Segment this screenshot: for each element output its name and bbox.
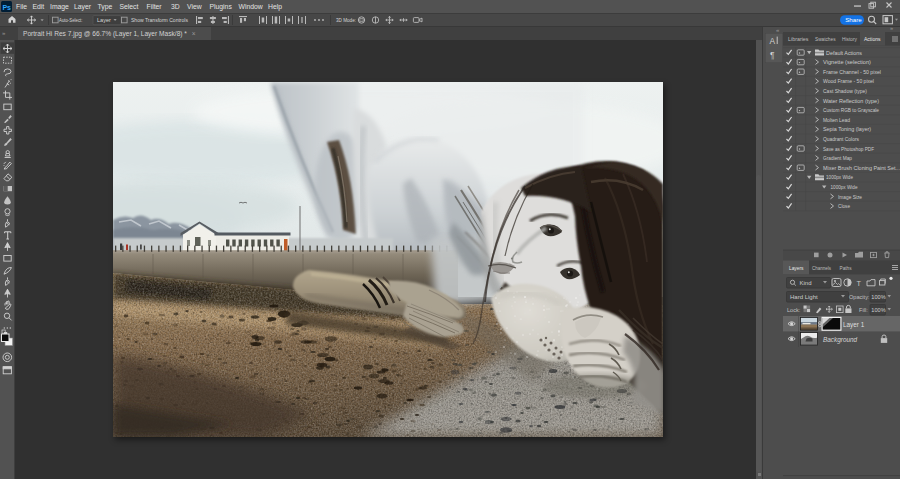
svg-text:Auto-Select:: Auto-Select: — [59, 17, 83, 23]
svg-text:Filter: Filter — [147, 3, 163, 10]
svg-text:History: History — [842, 36, 857, 42]
svg-text:Fill:: Fill: — [859, 307, 868, 313]
svg-text:Libraries: Libraries — [788, 36, 809, 42]
svg-text:Layers: Layers — [789, 264, 804, 271]
svg-text:Hard Light: Hard Light — [790, 294, 818, 300]
svg-text:»: » — [890, 27, 893, 31]
svg-text:Layer: Layer — [74, 3, 92, 11]
svg-text:Quadrant Colors: Quadrant Colors — [823, 136, 859, 142]
svg-text:Paths: Paths — [840, 265, 852, 271]
svg-text:Mixer Brush Cloning Paint Set.: Mixer Brush Cloning Paint Set... — [823, 165, 900, 171]
svg-text:Sepia Toning (layer): Sepia Toning (layer) — [823, 126, 871, 132]
svg-text:Opacity:: Opacity: — [849, 294, 870, 300]
svg-text:Molten Lead: Molten Lead — [823, 117, 850, 123]
svg-text:Select: Select — [120, 3, 139, 10]
svg-text:3D Mode:: 3D Mode: — [336, 17, 356, 23]
svg-text:Show Transform Controls: Show Transform Controls — [131, 17, 188, 23]
svg-text:Image: Image — [50, 3, 69, 11]
svg-text:Wood Frame - 50 pixel: Wood Frame - 50 pixel — [823, 78, 874, 84]
svg-text:Kind: Kind — [800, 280, 812, 286]
svg-text:1000px Wide: 1000px Wide — [831, 184, 859, 190]
svg-text:Layer: Layer — [97, 17, 111, 23]
svg-text:Image Size: Image Size — [838, 194, 863, 200]
svg-text:Frame Channel - 50 pixel: Frame Channel - 50 pixel — [823, 69, 881, 75]
svg-text:Lock:: Lock: — [787, 307, 801, 313]
svg-text:Custom RGB to Grayscale: Custom RGB to Grayscale — [823, 107, 880, 113]
svg-text:Gradient Map: Gradient Map — [823, 155, 853, 161]
svg-text:Channels: Channels — [812, 265, 831, 271]
svg-text:Plugins: Plugins — [210, 3, 233, 11]
svg-text:Help: Help — [268, 3, 282, 11]
svg-text:100%: 100% — [871, 294, 885, 300]
svg-text:Layer 1: Layer 1 — [843, 321, 865, 329]
svg-text:Close: Close — [838, 203, 851, 209]
svg-text:Actions: Actions — [864, 36, 881, 42]
svg-text:Background: Background — [823, 336, 858, 344]
svg-text:Save as Photoshop PDF: Save as Photoshop PDF — [823, 146, 874, 152]
svg-text:Share: Share — [845, 16, 862, 23]
svg-text:A: A — [770, 36, 776, 46]
svg-text:View: View — [187, 3, 202, 10]
svg-text:File: File — [16, 3, 27, 10]
svg-text:Default Actions: Default Actions — [826, 50, 862, 56]
svg-text:3D: 3D — [171, 3, 180, 10]
svg-text:Ps: Ps — [2, 4, 11, 11]
svg-text:Edit: Edit — [33, 3, 45, 10]
svg-text:Vignette (selection): Vignette (selection) — [823, 59, 871, 65]
svg-text:Type: Type — [98, 3, 113, 11]
svg-text:Water Reflection (type): Water Reflection (type) — [823, 98, 879, 104]
svg-text:Swatches: Swatches — [815, 36, 836, 42]
svg-text:100%: 100% — [871, 307, 885, 313]
svg-text:Window: Window — [239, 3, 263, 10]
svg-text:¶: ¶ — [770, 50, 775, 60]
svg-text:Cast Shadow (type): Cast Shadow (type) — [823, 88, 867, 94]
svg-text:1000px Wide: 1000px Wide — [826, 174, 854, 180]
svg-text:T: T — [857, 279, 862, 288]
